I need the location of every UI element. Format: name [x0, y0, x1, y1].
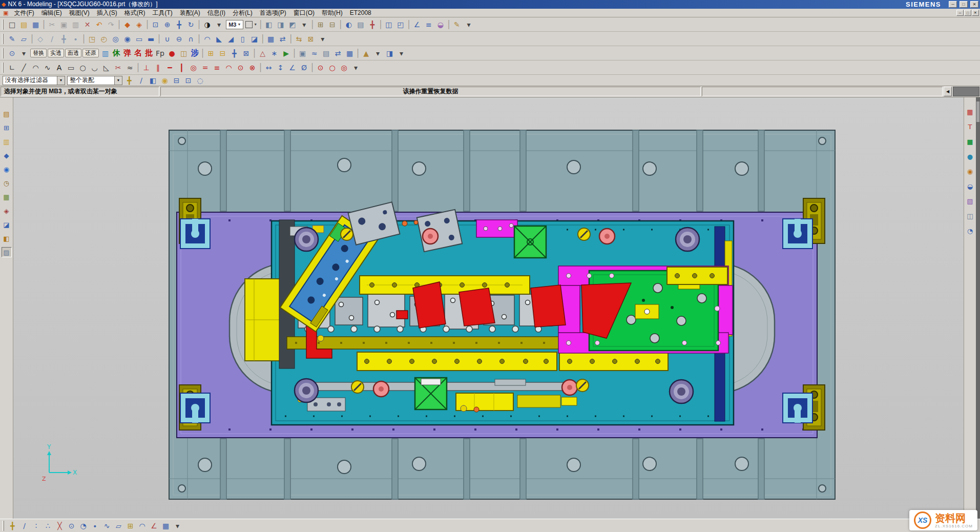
cut-icon[interactable]: ✂ [46, 19, 58, 30]
full-circle-icon[interactable]: ⊙ [315, 62, 326, 73]
measure-distance-icon[interactable]: ∠ [411, 19, 423, 30]
system-scenes-icon[interactable]: ▨ [2, 247, 12, 257]
fit-view-icon[interactable]: ⊡ [150, 19, 161, 30]
horizontal-constraint-icon[interactable]: ━ [164, 62, 176, 73]
exploded-view-icon[interactable]: ∗ [268, 48, 280, 58]
edit-section-icon[interactable]: ◫ [383, 19, 394, 30]
repeat-command-icon[interactable]: ◆ [121, 19, 133, 30]
snap-tangent-icon[interactable]: ◠ [136, 520, 148, 531]
pocket-icon[interactable]: ▭ [133, 33, 145, 44]
replace-reference-set-icon[interactable]: ⊙ [6, 48, 18, 58]
custom-macro-button[interactable]: 实透 [48, 49, 64, 57]
fp-format-icon[interactable]: Fp [154, 48, 166, 58]
box-select-icon[interactable]: ⊡ [182, 75, 194, 86]
conic-icon[interactable]: ◎ [338, 62, 350, 73]
annotation-icon[interactable]: ✎ [451, 19, 463, 30]
snap-endpoint-icon[interactable]: ∕ [18, 520, 30, 531]
render-style-icon[interactable]: ◑ [201, 19, 213, 30]
toolbar-grip[interactable] [2, 48, 4, 58]
object-information-icon[interactable]: ≡ [423, 19, 434, 30]
mirror-assembly-icon[interactable]: ⇄ [332, 48, 344, 58]
clip-work-section-icon[interactable]: ◰ [394, 19, 406, 30]
pattern-feature-icon[interactable]: ▦ [265, 33, 277, 44]
wcs-display-icon[interactable]: ╋ [366, 19, 378, 30]
web-browser-icon[interactable]: ◉ [2, 164, 12, 174]
system-materials-icon[interactable]: ▦ [2, 192, 12, 202]
snap-grid-icon[interactable]: ▦ [160, 520, 172, 531]
product-interface-icon[interactable]: ◨ [384, 48, 395, 58]
zoom-icon[interactable]: ⊕ [161, 19, 173, 30]
annotation-dropdown-icon[interactable]: ▾ [463, 19, 474, 30]
datum-csys-icon[interactable]: ╋ [58, 33, 70, 44]
snap-quadrant-icon[interactable]: ◔ [77, 520, 89, 531]
move-component-icon[interactable]: ╋ [228, 48, 240, 58]
point-icon[interactable]: ∙ [70, 33, 81, 44]
pattern-component-icon[interactable]: ▦ [344, 48, 356, 58]
package-icon[interactable]: ◫ [178, 48, 190, 58]
text-tool-icon[interactable]: T [965, 121, 975, 132]
wave-dropdown-icon[interactable]: ▾ [372, 48, 384, 58]
manufacturing-wizard-icon[interactable]: ◪ [2, 219, 12, 230]
pan-icon[interactable]: ╋ [173, 19, 185, 30]
move-face-icon[interactable]: ⇆ [293, 33, 305, 44]
interference-check-icon[interactable]: △ [257, 48, 268, 58]
collinear-constraint-icon[interactable]: ≡ [211, 62, 223, 73]
arc-icon[interactable]: ◠ [30, 62, 41, 73]
shell-icon[interactable]: ▯ [237, 33, 248, 44]
sketch-in-task-icon[interactable]: ▱ [18, 33, 30, 44]
hole-icon[interactable]: ◎ [110, 33, 121, 44]
extrude-icon[interactable]: ◳ [86, 33, 98, 44]
revolve-icon[interactable]: ◴ [98, 33, 110, 44]
snap-arc-center-icon[interactable]: ⊙ [66, 520, 77, 531]
snap-midpoint-icon[interactable]: ∶ [30, 520, 42, 531]
redo-icon[interactable]: ↷ [105, 19, 117, 30]
close-button[interactable]: ✕ [970, 1, 978, 8]
statusbar-collapse-button[interactable]: ◀ [944, 87, 952, 96]
wave-geometry-icon[interactable]: ≈ [308, 48, 320, 58]
delete-icon[interactable]: ✕ [81, 19, 93, 30]
custom-command-button[interactable]: 休 [111, 48, 122, 58]
measure-3d-icon[interactable]: ◒ [965, 181, 975, 191]
arrangements-icon[interactable]: ▤ [320, 48, 332, 58]
save-icon[interactable]: ▦ [30, 19, 41, 30]
menu-format[interactable]: 格式(R) [121, 9, 149, 17]
selection-filter-combo[interactable]: 没有选择过滤器 ▼ [3, 76, 65, 85]
fix-constraint-icon[interactable]: ⊗ [246, 62, 258, 73]
select-face-icon[interactable]: ◧ [147, 75, 159, 86]
open-icon[interactable]: ▤ [18, 19, 30, 30]
menu-window[interactable]: 窗口(O) [290, 9, 318, 17]
snap-point-on-surface-icon[interactable]: ▱ [113, 520, 124, 531]
menu-insert[interactable]: 插入(S) [93, 9, 121, 17]
intersect-icon[interactable]: ∩ [185, 33, 197, 44]
trim-body-icon[interactable]: ◪ [248, 33, 260, 44]
reference-set-icon[interactable]: ▣ [297, 48, 308, 58]
new-part-icon[interactable]: □ [6, 19, 18, 30]
menu-help[interactable]: 帮助(H) [318, 9, 346, 17]
snap-intersection-icon[interactable]: ╳ [54, 520, 66, 531]
sphere-tool-icon[interactable]: ● [965, 151, 975, 161]
toolbar-grip[interactable] [3, 521, 4, 531]
snap-angle-icon[interactable]: ∠ [148, 520, 160, 531]
assembly-dropdown-icon[interactable]: ▾ [395, 48, 407, 58]
menu-file[interactable]: 文件(F) [10, 9, 37, 17]
assembly-navigator-icon[interactable]: ▤ [2, 109, 12, 119]
custom-command-button[interactable]: 批 [143, 48, 154, 58]
vertical-scrollbar[interactable] [976, 97, 980, 519]
custom-command-button[interactable]: 名 [133, 48, 143, 58]
statusbar-resize-area[interactable] [953, 87, 979, 96]
menu-tools[interactable]: 工具(T) [149, 9, 176, 17]
kbe-icon[interactable]: ▦ [965, 107, 975, 117]
roles-icon[interactable]: ◧ [2, 233, 12, 243]
wave-mode-icon[interactable]: ▲ [360, 48, 372, 58]
sketch-icon[interactable]: ✎ [6, 33, 18, 44]
vertical-constraint-icon[interactable]: ┃ [176, 62, 187, 73]
equal-constraint-icon[interactable]: = [199, 62, 211, 73]
material-balls-icon[interactable]: ◉ [965, 166, 975, 176]
help-tool-icon[interactable]: ◔ [965, 226, 975, 236]
cascade-window-icon[interactable]: ⊟ [326, 19, 338, 30]
doc-minimize-button[interactable]: ─ [956, 10, 964, 16]
rectangle-icon[interactable]: ▭ [65, 62, 77, 73]
cad-model-top-view[interactable]: Y X Z [13, 97, 964, 519]
parallel-constraint-icon[interactable]: ∥ [152, 62, 164, 73]
history-icon[interactable]: ◷ [2, 178, 12, 188]
